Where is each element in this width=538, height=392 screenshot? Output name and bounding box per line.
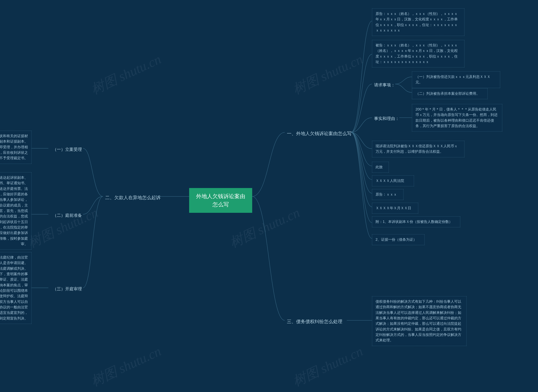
watermark: 树图 shutu.cn — [88, 50, 164, 98]
leaf-date[interactable]: ＸＸＸＸ年Ｘ月ＸＸ日 — [372, 203, 418, 214]
watermark: 树图 shutu.cn — [88, 342, 164, 391]
sub-2-3[interactable]: （三）开庭审理 — [51, 285, 84, 293]
leaf-facts-label[interactable]: 事实和理由： — [372, 114, 401, 123]
leaf-facts[interactable]: 200＊年＊月＊日，债务人＊＊＊从原告处借走人民币ｘ万元，并当场向原告写下欠条一… — [412, 104, 502, 131]
watermark: 树图 shutu.cn — [290, 342, 366, 391]
leaf-request-label[interactable]: 请求事项： — [372, 81, 397, 89]
leaf-request-2[interactable]: （二）判决被告承担本案全部诉讼费用。 — [412, 88, 487, 99]
branch-1[interactable]: 一、外地人欠钱诉讼案由怎么写 — [285, 129, 354, 138]
leaf-defendant[interactable]: 被告：ｘｘｘ（姓名），ｘｘｘ（性别），ｘｘｘｘ（姓名），ｘｘｘｘ年ｘｘ月ｘｘ日，… — [372, 40, 464, 67]
sub-2-2[interactable]: （二）庭前准备 — [51, 211, 84, 219]
leaf-attach1[interactable]: 附：1、本诉状副本Ｘ份（按被告人数确定份数） — [372, 216, 460, 227]
branch-2[interactable]: 二、欠款人在异地怎么起诉 — [103, 193, 163, 202]
mindmap-canvas: 树图 shutu.cn 树图 shutu.cn 树图 shutu.cn 树图 s… — [0, 0, 538, 392]
leaf-2-2[interactable]: 法院在受理案件后五日内向被告送达起诉状副本、应诉通知书、诉讼权利义务告知书、举证… — [0, 172, 32, 250]
leaf-conclusion[interactable]: 现诉请法院判决被告ＸＸＸ偿还原告ＸＸＸ人民币ｘ万元，并支付利息，以维护原告合法权… — [372, 141, 464, 157]
branch-3[interactable]: 三、债务债权纠纷怎么处理 — [285, 317, 344, 326]
leaf-plaintiff[interactable]: 原告：ｘｘｘ（姓名），ｘｘｘ（性别），ｘｘｘｘ年ｘｘ月ｘｘ日，汉族，文化程度ｘｘ… — [372, 8, 464, 36]
watermark: 树图 shutu.cn — [25, 203, 101, 252]
leaf-2-3[interactable]: 开庭审理时，首先由书记员宣布法庭纪律，由法官查明当事人到庭情况并询问当事人是否申… — [0, 252, 32, 324]
leaf-branch3[interactable]: 债权债务纠纷的解决方式有如下几种：纠纷当事人可以通过协商和解的方式解决；如果不愿… — [372, 296, 467, 346]
watermark: 树图 shutu.cn — [290, 50, 366, 98]
root-node[interactable]: 外地人欠钱诉讼案由怎么写 — [189, 188, 252, 213]
leaf-cizhi[interactable]: 此致 — [372, 162, 389, 173]
leaf-attach2[interactable]: 2、证据一份（借条为证） — [372, 234, 425, 245]
sub-2-1[interactable]: （一）立案受理 — [51, 145, 84, 154]
leaf-request-1[interactable]: （一）判决被告偿还欠款ｘｘｘ元及利息ＸＸＸ元。 — [412, 71, 500, 88]
leaf-plaintiff-sign[interactable]: 原告：ｘｘｘ — [372, 189, 403, 200]
leaf-2-1[interactable]: 原告向法院起诉，应递交起诉状和有关的证据材料，并按照被告人数递交起诉状副本和证据… — [0, 131, 32, 164]
leaf-court[interactable]: ＸＸＸＸ人民法院 — [372, 175, 414, 186]
